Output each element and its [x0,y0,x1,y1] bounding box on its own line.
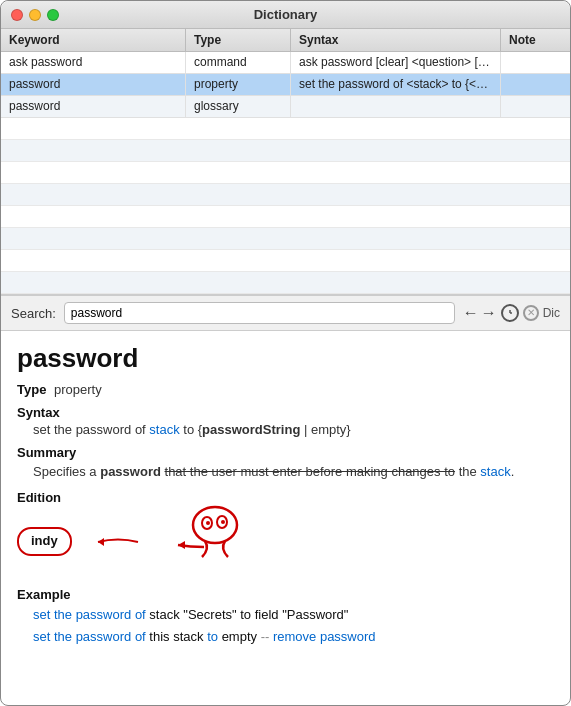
type-section: Type property [17,382,554,397]
cell-note [501,74,571,95]
annotation-drawing [160,497,250,567]
col-header-type: Type [186,29,291,51]
example-set-link: set the password of [33,607,146,622]
syntax-text: set the password of stack to {passwordSt… [33,422,554,437]
table-row[interactable]: ask password command ask password [clear… [1,52,570,74]
close-button[interactable] [11,9,23,21]
cell-keyword: ask password [1,52,186,73]
summary-label: Summary [17,445,554,460]
table-header-row: Keyword Type Syntax Note [1,29,570,52]
cell-note [501,52,571,73]
cell-syntax [291,96,501,117]
example-line1-rest: stack "Secrets" to field "Password" [149,607,348,622]
maximize-button[interactable] [47,9,59,21]
titlebar: Dictionary [1,1,570,29]
syntax-section: Syntax set the password of stack to {pas… [17,405,554,437]
edition-label: Edition [17,490,554,505]
empty-row [1,250,570,272]
cell-type: property [186,74,291,95]
example-label: Example [17,587,554,602]
table-row[interactable]: password glossary [1,96,570,118]
type-value: property [54,382,102,397]
svg-point-3 [193,507,237,543]
example-text: set the password of stack "Secrets" to f… [33,604,554,648]
svg-point-6 [206,521,210,525]
minimize-button[interactable] [29,9,41,21]
svg-point-7 [221,520,225,524]
empty-row [1,140,570,162]
syntax-label: Syntax [17,405,554,420]
example-line-2: set the password of this stack to empty … [33,626,554,648]
detail-title: password [17,343,554,374]
stack-link[interactable]: stack [149,422,179,437]
edition-section: Edition indy [17,490,554,577]
syntax-keyword: passwordString [202,422,300,437]
cell-type: glossary [186,96,291,117]
example-comment: -- [261,629,273,644]
window-controls [11,9,59,21]
empty-row [1,228,570,250]
example-section: Example set the password of stack "Secre… [17,587,554,648]
cell-type: command [186,52,291,73]
col-header-note: Note [501,29,571,51]
summary-bold: password [100,464,161,479]
cell-keyword: password [1,74,186,95]
type-label: Type [17,382,46,397]
empty-row [1,118,570,140]
search-label: Search: [11,306,56,321]
prev-arrow-icon[interactable]: ← [463,304,479,322]
summary-text: Specifies a password that the user must … [33,462,554,482]
empty-row [1,272,570,294]
summary-section: Summary Specifies a password that the us… [17,445,554,482]
edition-value: indy [31,533,58,548]
col-header-keyword: Keyword [1,29,186,51]
cell-syntax: ask password [clear] <question> [wit [291,52,501,73]
nav-arrows[interactable]: ← → [463,304,497,322]
empty-row [1,206,570,228]
dictionary-table: Keyword Type Syntax Note ask password co… [1,29,570,295]
search-controls: ← → ✕ Dic [463,304,560,322]
window-title: Dictionary [254,7,318,22]
svg-marker-8 [178,541,185,549]
example-to-link: to [207,629,218,644]
empty-row [1,162,570,184]
search-input[interactable] [64,302,455,324]
search-bar: Search: ← → ✕ Dic [1,295,570,331]
svg-marker-2 [98,538,104,546]
next-arrow-icon[interactable]: → [481,304,497,322]
table-row[interactable]: password property set the password of <s… [1,74,570,96]
example-set-link2: set the password of [33,629,146,644]
clear-icon[interactable]: ✕ [523,305,539,321]
example-line-1: set the password of stack "Secrets" to f… [33,604,554,626]
cell-keyword: password [1,96,186,117]
remove-password-link[interactable]: remove password [273,629,376,644]
stack-link-summary[interactable]: stack [480,464,510,479]
history-icon[interactable] [501,304,519,322]
annotation-arrow [88,527,148,557]
detail-area: password Type property Syntax set the pa… [1,331,570,706]
edition-badge: indy [17,527,72,556]
cell-syntax: set the password of <stack> to {<pas [291,74,501,95]
example-empty: empty [222,629,257,644]
strikethrough-text: that the user must enter before making c… [165,464,456,479]
col-header-syntax: Syntax [291,29,501,51]
cell-note [501,96,571,117]
empty-row [1,184,570,206]
example-this-stack: this stack [149,629,207,644]
dic-label: Dic [543,306,560,320]
